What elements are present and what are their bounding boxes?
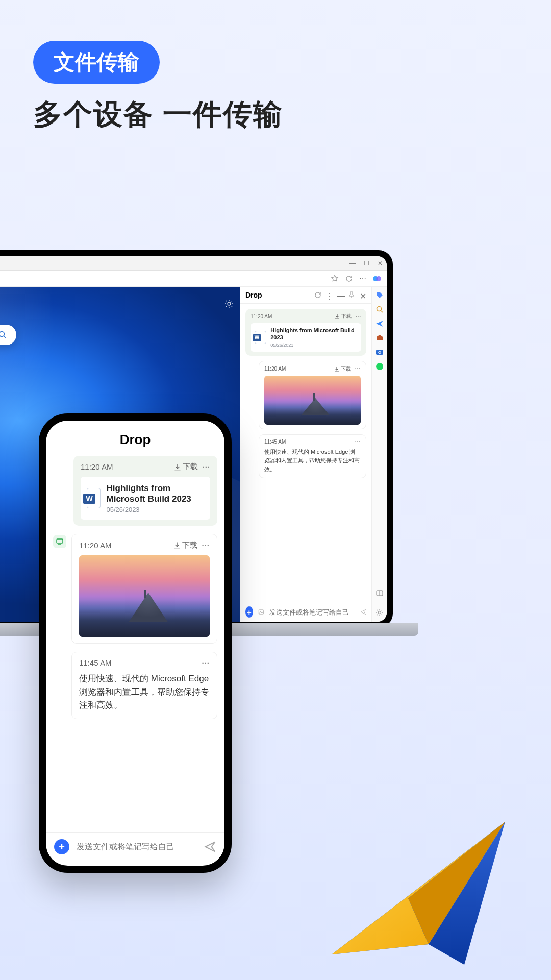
window-controls: — ☐ ✕ [349,260,383,267]
word-file-icon [255,331,266,344]
photo-attachment[interactable] [264,376,361,425]
svg-rect-9 [378,335,381,337]
svg-point-12 [376,363,383,370]
svg-point-1 [376,276,381,281]
panel-close-icon[interactable]: ✕ [359,291,366,299]
drop-message: 11:45 AM ··· 使用快速、现代的 Microsoft Edge 浏览器… [259,434,366,478]
window-maximize-icon[interactable]: ☐ [364,260,369,267]
hero-title: 多个设备 一件传输 [33,95,518,134]
rail-drop-icon[interactable] [375,320,384,328]
device-pc-icon [53,535,66,548]
add-button[interactable]: + [245,606,253,618]
panel-minimize-icon[interactable]: — [337,291,344,299]
phone-frame: Drop 11:20 AM 下载 ··· Highlights from Mic… [39,413,232,873]
drop-compose-bar: + [240,602,371,622]
drop-card-text[interactable]: 11:45 AM ··· 使用快速、现代的 Microsoft Edge 浏览器… [259,434,366,478]
ntp-search-bar[interactable] [0,325,16,345]
download-button[interactable]: 下载 [173,541,197,550]
paper-plane-illustration [311,801,525,975]
drop-panel-title: Drop [245,291,262,299]
drop-message: 11:20 AM 下载 ··· Highlights from Microsof… [245,309,366,356]
rail-search-icon[interactable] [375,305,384,313]
phone-drop-title: Drop [46,421,224,456]
file-name: Highlights from Microsoft Build 2023 [270,327,357,341]
svg-point-6 [260,611,261,612]
message-more-icon[interactable]: ··· [202,541,210,550]
panel-more-icon[interactable]: ⋮ [325,291,333,299]
svg-point-7 [377,307,381,311]
message-time: 11:20 AM [251,314,272,320]
message-more-icon[interactable]: ··· [202,462,210,471]
copilot-icon[interactable] [372,274,382,283]
download-button[interactable]: 下载 [174,462,198,472]
message-time: 11:45 AM [79,658,111,667]
hero-pill: 文件传输 [33,41,160,84]
file-attachment[interactable]: Highlights from Microsoft Build 2023 05/… [81,477,210,520]
drop-card-file[interactable]: 11:20 AM 下载 ··· Highlights from Microsof… [245,309,366,356]
message-text: 使用快速、现代的 Microsoft Edge 浏览器和内置工具，帮助您保持专注… [79,672,210,713]
drop-message: 11:45 AM ··· 使用快速、现代的 Microsoft Edge 浏览器… [71,652,217,719]
phone-feed: 11:20 AM 下载 ··· Highlights from Microsof… [46,456,224,832]
svg-rect-8 [377,336,383,340]
svg-point-2 [228,302,231,305]
message-text: 使用快速、现代的 Microsoft Edge 浏览器和内置工具，帮助您保持专注… [264,448,361,474]
rail-tag-icon[interactable] [375,291,384,299]
rail-briefcase-icon[interactable] [375,334,384,342]
file-date: 05/26/2023 [107,506,204,513]
search-icon [0,330,7,339]
compose-input[interactable] [269,608,355,616]
svg-point-14 [378,611,381,614]
message-time: 11:20 AM [81,462,113,471]
add-button[interactable]: + [54,839,69,854]
word-file-icon [87,488,101,508]
hero: 文件传输 多个设备 一件传输 [0,0,551,134]
attach-image-icon[interactable] [258,607,264,617]
drop-card-file[interactable]: 11:20 AM 下载 ··· Highlights from Microsof… [73,456,217,526]
refresh-icon[interactable] [345,275,353,283]
drop-card-photo[interactable]: 11:20 AM 下载 ··· [259,361,366,429]
drop-message: 11:20 AM 下载 ··· [259,361,366,429]
browser-toolbar: ⋯ [0,271,387,287]
drop-sidebar-panel: Drop ⋮ — ✕ 11:20 AM [240,287,371,622]
window-minimize-icon[interactable]: — [349,260,356,267]
download-button[interactable]: 下载 [335,313,352,320]
svg-rect-15 [57,539,63,543]
message-more-icon[interactable]: ··· [202,658,210,667]
drop-feed: 11:20 AM 下载 ··· Highlights from Microsof… [240,304,371,602]
pin-icon[interactable] [348,291,355,299]
browser-sidebar-rail: O [371,287,387,622]
photo-attachment[interactable] [79,555,210,637]
drop-card-photo[interactable]: 11:20 AM 下载 ··· [71,534,217,644]
drop-message: 11:20 AM 下载 ··· [53,534,217,644]
file-date: 05/26/2023 [270,342,357,348]
favorites-icon[interactable] [331,275,339,283]
drop-message: 11:20 AM 下载 ··· Highlights from Microsof… [73,456,217,526]
svg-text:O: O [378,350,381,355]
drop-panel-header: Drop ⋮ — ✕ [240,287,371,304]
page-settings-icon[interactable] [224,299,234,308]
sync-icon[interactable] [314,291,321,299]
rail-split-icon[interactable] [375,589,384,597]
window-close-icon[interactable]: ✕ [378,260,383,267]
svg-rect-5 [259,610,263,614]
send-icon[interactable] [360,607,366,617]
download-button[interactable]: 下载 [334,365,351,373]
rail-outlook-icon[interactable]: O [375,348,384,356]
message-more-icon[interactable]: ··· [355,439,361,445]
message-more-icon[interactable]: ··· [356,314,361,320]
message-time: 11:20 AM [79,541,111,550]
file-attachment[interactable]: Highlights from Microsoft Build 2023 05/… [251,323,361,352]
svg-point-3 [0,332,5,337]
message-more-icon[interactable]: ··· [355,366,361,372]
rail-spotify-icon[interactable] [375,362,384,371]
compose-input[interactable] [77,842,197,851]
phone-compose-bar: + [46,832,224,866]
phone-screen: Drop 11:20 AM 下载 ··· Highlights from Mic… [46,421,224,866]
send-icon[interactable] [204,841,216,853]
message-time: 11:20 AM [264,366,286,372]
file-name: Highlights from Microsoft Build 2023 [107,483,204,505]
more-icon[interactable]: ⋯ [359,275,366,283]
drop-card-text[interactable]: 11:45 AM ··· 使用快速、现代的 Microsoft Edge 浏览器… [71,652,217,719]
rail-settings-icon[interactable] [375,608,384,617]
message-time: 11:45 AM [264,439,286,445]
